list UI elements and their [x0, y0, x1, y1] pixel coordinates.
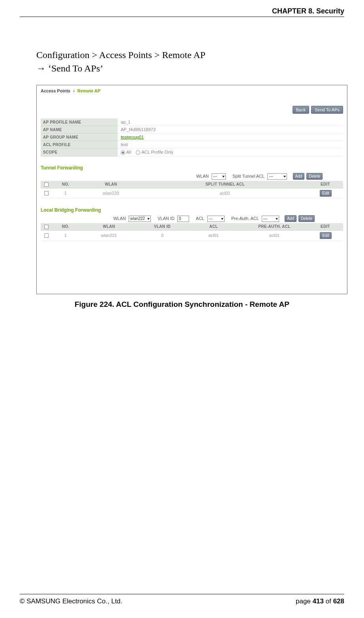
footer-current-page: 413 [313, 597, 324, 605]
cell-wlan: wlan220 [79, 188, 143, 198]
select-bridge-preauth[interactable]: --- [262, 216, 279, 222]
col-no: NO. [52, 223, 79, 230]
figure-caption: Figure 224. ACL Configuration Synchroniz… [0, 300, 364, 309]
cell-no: 1 [52, 230, 79, 240]
footer-copyright: © SAMSUNG Electronics Co., Ltd. [20, 597, 122, 605]
add-button[interactable]: Add [285, 215, 296, 222]
footer-prefix: page [296, 597, 313, 605]
label-bridge-wlan: WLAN [113, 216, 126, 221]
properties-table: AP PROFILE NAME ap_1 AP NAME AP_f4d9fb11… [41, 118, 343, 156]
value-ap-name: AP_f4d9fb118973 [118, 126, 343, 133]
select-bridge-wlan[interactable]: wlan222 [129, 216, 151, 222]
add-button[interactable]: Add [293, 173, 305, 180]
select-tunnel-split-acl[interactable]: --- [267, 173, 287, 180]
footer-of: of [324, 597, 333, 605]
delete-button[interactable]: Delete [306, 173, 323, 180]
page: CHAPTER 8. Security Configuration > Acce… [0, 0, 364, 618]
col-wlan: WLAN [79, 223, 139, 230]
input-bridge-vlan[interactable]: 0 [177, 216, 189, 222]
edit-button[interactable]: Edit [320, 232, 331, 239]
col-acl: ACL [186, 223, 241, 230]
tunnel-table: NO. WLAN SPLIT TUNNEL ACL EDIT 1 wlan220… [41, 181, 343, 199]
radio-label-all: All [126, 150, 131, 154]
body-paragraph: Configuration > Access Points > Remote A… [36, 48, 205, 75]
select-bridge-acl[interactable]: --- [207, 216, 225, 222]
embedded-screenshot: Access Points › Remote AP Back Send To A… [36, 85, 347, 294]
cell-acl: acl01 [186, 230, 241, 240]
rule-bottom [20, 594, 344, 594]
arrow-icon: → [36, 63, 46, 73]
checkbox-bridge-all[interactable] [44, 225, 49, 229]
value-acl-profile: test [118, 141, 343, 148]
checkbox-tunnel-all[interactable] [44, 182, 49, 187]
checkbox-bridge-row[interactable] [44, 233, 49, 238]
select-tunnel-wlan[interactable]: --- [212, 173, 226, 180]
col-vlan-id: VLAN ID [139, 223, 186, 230]
radio-scope-all[interactable] [121, 150, 125, 155]
col-preauth-acl: PRE-AUTH. ACL [241, 223, 308, 230]
label-ap-name: AP NAME [41, 126, 118, 133]
col-split-tunnel-acl: SPLIT TUNNEL ACL [143, 181, 308, 188]
label-tunnel-wlan: WLAN [196, 174, 209, 178]
section-tunnel-forwarding: Tunnel Forwarding [41, 165, 343, 171]
cell-split-acl: acl01 [143, 188, 308, 198]
label-bridge-preauth: Pre-Auth. ACL [231, 216, 259, 221]
label-bridge-acl: ACL [196, 216, 204, 221]
chevron-right-icon: › [71, 88, 76, 93]
table-row: 1 wlan221 0 acl01 acl01 Edit [41, 230, 343, 240]
radio-scope-acl-only[interactable] [136, 150, 140, 155]
cell-preauth: acl01 [241, 230, 308, 240]
cell-no: 1 [52, 188, 79, 198]
bridge-table: NO. WLAN VLAN ID ACL PRE-AUTH. ACL EDIT … [41, 223, 343, 241]
back-button[interactable]: Back [293, 106, 309, 114]
cell-vlan: 0 [139, 230, 186, 240]
delete-button[interactable]: Delete [298, 215, 315, 222]
col-wlan: WLAN [79, 181, 143, 188]
label-bridge-vlan: VLAN ID [158, 216, 174, 221]
table-row: 1 wlan220 acl01 Edit [41, 188, 343, 198]
action-text: ‘Send To APs’ [46, 63, 103, 73]
footer-page-number: page 413 of 628 [296, 597, 344, 605]
value-ap-profile-name: ap_1 [118, 118, 343, 126]
breadcrumb-root: Access Points [41, 88, 70, 93]
col-no: NO. [52, 181, 79, 188]
label-ap-group-name: AP GROUP NAME [41, 133, 118, 141]
col-edit: EDIT [308, 223, 343, 230]
label-tunnel-split-acl: Split Tunnel ACL [233, 174, 265, 178]
checkbox-tunnel-row[interactable] [44, 191, 49, 195]
section-local-bridging: Local Bridging Forwarding [41, 207, 343, 213]
edit-button[interactable]: Edit [320, 190, 331, 197]
nav-path: Configuration > Access Points > Remote A… [36, 50, 205, 60]
breadcrumb-current: Remote AP [77, 88, 100, 93]
link-ap-group[interactable]: testgroup01 [121, 135, 144, 139]
footer-total-pages: 628 [333, 597, 344, 605]
label-scope: SCOPE [41, 148, 118, 156]
label-ap-profile-name: AP PROFILE NAME [41, 118, 118, 126]
send-to-aps-button[interactable]: Send To APs [311, 106, 343, 114]
cell-wlan: wlan221 [79, 230, 139, 240]
col-edit: EDIT [308, 181, 343, 188]
label-acl-profile: ACL PROFILE [41, 141, 118, 148]
rule-top [20, 17, 344, 17]
running-header: CHAPTER 8. Security [272, 7, 344, 15]
radio-label-acl-only: ACL Profile Only [141, 150, 173, 154]
breadcrumb: Access Points › Remote AP [41, 88, 343, 93]
